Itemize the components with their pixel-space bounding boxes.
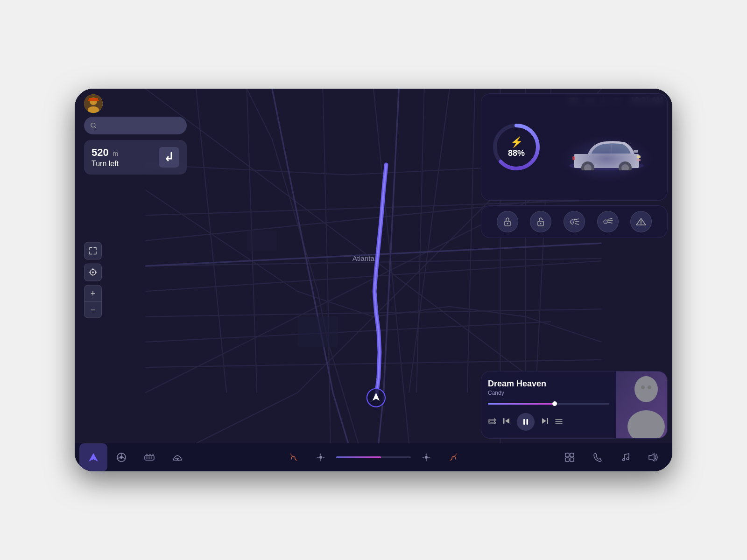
svg-rect-54 <box>503 418 505 424</box>
svg-point-79 <box>319 456 322 459</box>
svg-rect-17 <box>88 100 99 101</box>
next-button[interactable] <box>541 418 549 426</box>
music-title: Dream Heaven <box>488 379 609 389</box>
vehicle-panel: ⚡ 88% <box>481 93 668 201</box>
svg-line-47 <box>608 218 612 219</box>
screen: Atlanta 4G <box>75 89 672 471</box>
battery-lightning-icon: ⚡ <box>508 136 525 148</box>
volume-button[interactable] <box>640 443 668 471</box>
fullscreen-button[interactable] <box>84 242 102 260</box>
svg-rect-82 <box>570 453 574 457</box>
svg-line-49 <box>608 222 612 223</box>
svg-marker-85 <box>649 454 654 461</box>
music-artist: Candy <box>488 390 609 396</box>
turn-arrow-icon <box>159 147 179 168</box>
hazard-button[interactable] <box>630 211 652 232</box>
steering-wheel-button[interactable] <box>107 443 135 471</box>
svg-point-70 <box>120 456 123 459</box>
play-pause-button[interactable] <box>517 413 535 431</box>
headlights-button[interactable] <box>564 211 585 232</box>
lock-button[interactable] <box>497 211 518 232</box>
unlock-button[interactable] <box>530 211 551 232</box>
nav-direction: Turn left <box>92 160 153 168</box>
front-defrost-button[interactable] <box>163 443 191 471</box>
nav-unit: m <box>113 150 118 157</box>
zoom-in-button[interactable]: + <box>85 286 101 301</box>
svg-point-67 <box>648 385 651 389</box>
svg-line-19 <box>95 127 96 128</box>
svg-marker-57 <box>542 418 546 424</box>
svg-rect-5 <box>247 231 277 251</box>
svg-point-40 <box>507 223 508 224</box>
search-icon <box>91 122 97 129</box>
svg-line-72 <box>118 457 120 459</box>
zoom-controls: + − <box>84 285 102 318</box>
device-frame: Atlanta 4G <box>75 89 672 471</box>
vehicle-controls <box>481 205 668 238</box>
svg-rect-84 <box>570 458 574 462</box>
svg-point-52 <box>641 224 641 224</box>
search-input[interactable] <box>100 122 181 129</box>
svg-rect-58 <box>547 418 549 424</box>
prev-button[interactable] <box>503 418 510 426</box>
svg-rect-55 <box>523 419 525 425</box>
music-album-art <box>616 371 667 438</box>
avatar[interactable] <box>84 94 103 113</box>
svg-point-21 <box>92 272 94 273</box>
svg-marker-68 <box>89 453 98 462</box>
svg-line-45 <box>575 224 578 224</box>
repeat-button[interactable] <box>488 418 496 426</box>
svg-point-64 <box>634 376 658 402</box>
svg-point-42 <box>540 223 542 224</box>
car-image-area <box>555 112 658 182</box>
map-controls: + − <box>84 242 102 318</box>
music-menu-button[interactable] <box>555 418 563 426</box>
highbeam-button[interactable] <box>597 211 619 232</box>
temperature-slider[interactable] <box>336 456 411 458</box>
fan-right-button[interactable] <box>415 443 438 471</box>
svg-point-66 <box>641 385 645 389</box>
svg-point-80 <box>425 456 428 459</box>
seat-heat-right-button[interactable] <box>442 443 465 471</box>
music-button[interactable] <box>612 443 640 471</box>
search-bar[interactable] <box>84 117 187 134</box>
music-progress-bar[interactable] <box>488 403 609 405</box>
battery-percentage: 88% <box>508 148 525 158</box>
phone-button[interactable] <box>584 443 612 471</box>
nav-instruction: 520 m Turn left <box>84 140 187 175</box>
battery-gauge: ⚡ 88% <box>491 121 542 173</box>
apps-button[interactable] <box>556 443 584 471</box>
svg-line-43 <box>575 219 578 220</box>
svg-rect-4 <box>297 317 338 347</box>
navigate-button[interactable] <box>79 443 107 471</box>
bottom-bar <box>75 443 672 471</box>
location-button[interactable] <box>84 264 102 281</box>
rear-defrost-button[interactable] <box>135 443 163 471</box>
svg-rect-81 <box>565 453 569 457</box>
seat-heat-left-button[interactable] <box>282 443 305 471</box>
svg-point-46 <box>604 220 607 224</box>
zoom-out-button[interactable]: − <box>85 302 101 318</box>
svg-marker-53 <box>505 418 509 424</box>
svg-rect-83 <box>565 458 569 462</box>
fan-left-button[interactable] <box>309 443 332 471</box>
music-panel: Dream Heaven Candy <box>481 371 668 439</box>
nav-distance: 520 <box>92 147 109 158</box>
svg-line-73 <box>123 457 125 459</box>
svg-rect-56 <box>527 419 529 425</box>
svg-text:Atlanta: Atlanta <box>352 254 375 262</box>
